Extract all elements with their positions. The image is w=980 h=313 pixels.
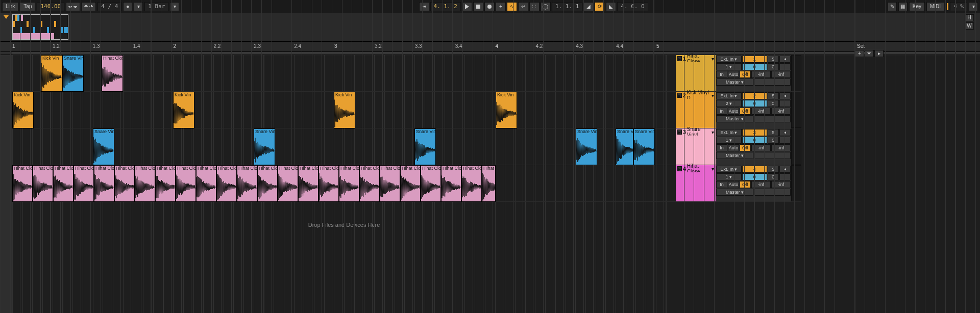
audio-clip[interactable]: Snare Vinyl (93, 128, 114, 165)
audio-clip[interactable]: Snare Vinyl (254, 128, 275, 165)
clip-title: Hihat Clo (482, 166, 495, 171)
clip-title: Snare Vinyl (254, 129, 275, 135)
audio-clip[interactable]: Kick Vin (41, 55, 62, 92)
audio-clip[interactable]: Hihat Clo (155, 165, 176, 202)
clip-title: Kick Vin (334, 92, 355, 98)
clip-title: Kick Vin (496, 92, 517, 98)
clip-title: Snare Vinyl (93, 129, 114, 135)
audio-clip[interactable]: Hihat Clo (278, 165, 298, 202)
clip-title: Hihat Clo (156, 166, 175, 171)
audio-clip[interactable]: Hihat Clo (176, 165, 196, 202)
clip-title: Hihat Clo (135, 166, 155, 171)
clip-title: Hihat Clo (176, 166, 195, 171)
audio-clip[interactable]: Hihat Clo (380, 165, 400, 202)
audio-clip[interactable]: Hihat Clo (359, 165, 380, 202)
clip-title: Hihat Clo (74, 166, 93, 171)
audio-clip[interactable]: Hihat Clo (441, 165, 461, 202)
audio-clip[interactable]: Hihat Clo (339, 165, 359, 202)
clip-title: Hihat Clo (278, 166, 298, 171)
clip-title: Kick Vin (13, 92, 33, 98)
audio-clip[interactable]: Hihat Clo (33, 165, 53, 202)
clip-title: Hihat Clo (462, 166, 481, 171)
clip-title: Snare Vinyl (576, 129, 597, 135)
clip-title: Snare Vinyl (415, 129, 435, 135)
audio-clip[interactable]: Hihat Clo (12, 165, 33, 202)
clip-title: Hihat Clo (360, 166, 379, 171)
clip-title: Snare Vinyl (634, 129, 654, 135)
clip-title: Hihat Clo (197, 166, 216, 171)
clip-title: Hihat Clo (237, 166, 257, 171)
audio-clip[interactable]: Hihat Clo (94, 165, 114, 202)
audio-clip[interactable]: Hihat Close (102, 55, 123, 92)
track-row[interactable]: Snare VinylSnare VinylSnare VinylSnare V… (12, 128, 676, 165)
audio-clip[interactable]: Kick Vin (334, 92, 355, 128)
audio-clip[interactable]: Hihat Clo (135, 165, 155, 202)
clip-title: Hihat Clo (33, 166, 53, 171)
audio-clip[interactable]: Snare Vinyl (414, 128, 436, 165)
clip-title: Hihat Clo (299, 166, 318, 171)
clip-title: Hihat Clo (319, 166, 338, 171)
audio-clip[interactable]: Hihat Clo (421, 165, 441, 202)
clip-title: Hihat Clo (115, 166, 134, 171)
audio-clip[interactable]: Snare Vinyl (62, 55, 84, 92)
audio-clip[interactable]: Hihat Clo (74, 165, 94, 202)
clip-title: Hihat Clo (217, 166, 236, 171)
audio-clip[interactable]: Kick Vin (173, 92, 194, 128)
audio-clip[interactable]: Hihat Clo (298, 165, 318, 202)
audio-clip[interactable]: Hihat Clo (216, 165, 237, 202)
audio-clip[interactable]: Hihat Clo (114, 165, 135, 202)
clip-title: Snare Vin (616, 129, 633, 135)
audio-clip[interactable]: Hihat Clo (237, 165, 257, 202)
audio-clip[interactable]: Hihat Clo (482, 165, 496, 202)
clip-title: Hihat Clo (421, 166, 440, 171)
audio-clip[interactable]: Snare Vinyl (576, 128, 597, 165)
audio-clip[interactable]: Hihat Clo (461, 165, 482, 202)
audio-clip[interactable]: Snare Vinyl (633, 128, 655, 165)
clip-title: Hihat Clo (54, 166, 73, 171)
audio-clip[interactable]: Hihat Clo (53, 165, 74, 202)
clip-title: Kick Vin (174, 92, 194, 98)
clip-title: Kick Vin (41, 56, 62, 61)
audio-clip[interactable]: Hihat Clo (196, 165, 216, 202)
clip-title: Hihat Clo (380, 166, 400, 171)
track-row[interactable]: Kick VinKick VinKick VinKick Vin (12, 92, 676, 128)
audio-clip[interactable]: Kick Vin (12, 92, 34, 128)
clip-title: Snare Vinyl (63, 56, 83, 61)
audio-clip[interactable]: Hihat Clo (400, 165, 421, 202)
clip-title: Hihat Clo (94, 166, 114, 171)
clip-title: Hihat Clo (401, 166, 420, 171)
audio-clip[interactable]: Kick Vin (496, 92, 517, 128)
clip-title: Hihat Clo (258, 166, 277, 171)
audio-clip[interactable]: Hihat Clo (257, 165, 278, 202)
clip-title: Hihat Clo (442, 166, 461, 171)
track-row[interactable]: Hihat CloHihat CloHihat CloHihat CloHiha… (12, 165, 676, 202)
clip-title: Hihat Close (102, 56, 122, 61)
audio-clip[interactable]: Hihat Clo (318, 165, 339, 202)
track-row[interactable]: Kick VinSnare VinylHihat Close (12, 55, 676, 92)
clip-title: Hihat Clo (13, 166, 32, 171)
audio-clip[interactable]: Snare Vin (616, 128, 633, 165)
clip-title: Hihat Clo (339, 166, 359, 171)
